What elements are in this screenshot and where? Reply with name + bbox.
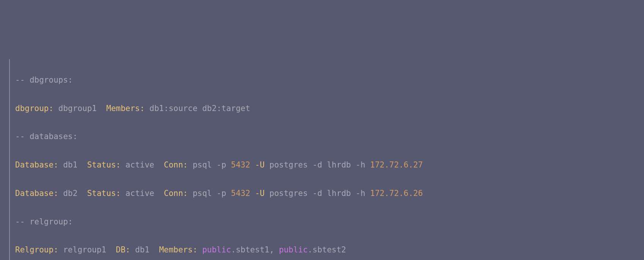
section-header: -- dbgroups: [15,75,73,85]
user-flag: -U [255,189,264,198]
database-name: db1 [63,160,77,169]
conn-user: postgres -d lhrdb -h [269,189,365,198]
host-ip: 172.72.6.27 [370,160,423,169]
database-label: Database: [15,189,58,198]
port: 5432 [231,160,250,169]
database-label: Database: [15,160,58,169]
member-2: db2:target [202,104,250,113]
relgroup-name: relgroup1 [63,245,106,254]
relgroup-label: Relgroup: [15,245,58,254]
status-label: Status: [87,189,121,198]
section-header: -- relgroup: [15,217,73,226]
section-header: -- databases: [15,132,77,141]
dbgroup-label: dbgroup: [15,104,53,113]
user-flag: -U [255,160,264,169]
database-2-line: Database: db2 Status: active Conn: psql … [15,186,644,200]
status-label: Status: [87,160,121,169]
status-value: active [126,160,154,169]
host-ip: 172.72.6.26 [370,189,423,198]
member-1: db1:source [149,104,197,113]
db-value: db1 [135,245,149,254]
relgroup-header: -- relgroup: [15,215,644,229]
member-1-name: .sbtest1, [231,245,274,254]
status-value: active [126,189,154,198]
terminal-output: -- dbgroups: dbgroup: dbgroup1 Members: … [9,59,644,260]
relgroup-line: Relgroup: relgroup1 DB: db1 Members: pub… [15,243,644,257]
conn-label: Conn: [164,189,188,198]
members-label: Members: [106,104,145,113]
db-label: DB: [116,245,130,254]
members-label: Members: [159,245,197,254]
dbgroup-line: dbgroup: dbgroup1 Members: db1:source db… [15,102,644,116]
dbgroups-header: -- dbgroups: [15,73,644,87]
database-name: db2 [63,189,77,198]
conn-user: postgres -d lhrdb -h [269,160,365,169]
conn-label: Conn: [164,160,188,169]
database-1-line: Database: db1 Status: active Conn: psql … [15,158,644,172]
databases-header: -- databases: [15,130,644,144]
member-2-schema: public [279,245,308,254]
member-1-schema: public [202,245,231,254]
member-2-name: .sbtest2 [308,245,346,254]
dbgroup-name: dbgroup1 [58,104,97,113]
conn-cmd: psql -p [193,189,226,198]
port: 5432 [231,189,250,198]
conn-cmd: psql -p [193,160,226,169]
